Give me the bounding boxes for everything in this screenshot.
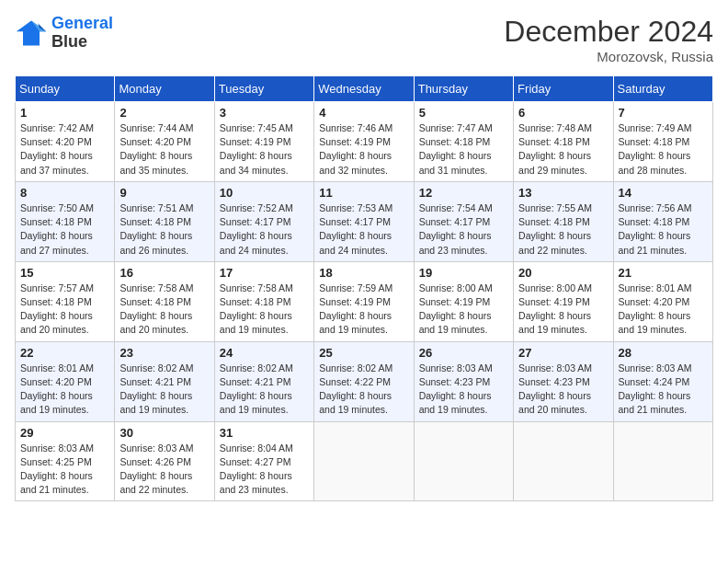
weekday-header-sunday: Sunday [16,76,115,102]
day-info: Sunrise: 7:49 AM Sunset: 4:18 PM Dayligh… [619,121,708,178]
page-header: General Blue December 2024 Morozovsk, Ru… [15,15,713,64]
calendar-cell: 17Sunrise: 7:58 AM Sunset: 4:18 PM Dayli… [214,261,313,341]
calendar-cell [514,421,613,501]
day-number: 31 [220,426,309,440]
calendar-cell: 23Sunrise: 8:02 AM Sunset: 4:21 PM Dayli… [115,341,214,421]
day-info: Sunrise: 7:46 AM Sunset: 4:19 PM Dayligh… [319,121,408,178]
day-number: 20 [518,266,608,280]
calendar-cell: 19Sunrise: 8:00 AM Sunset: 4:19 PM Dayli… [414,261,513,341]
day-number: 11 [319,186,408,200]
day-number: 15 [20,266,109,280]
weekday-header-saturday: Saturday [613,76,712,102]
calendar-cell: 8Sunrise: 7:50 AM Sunset: 4:18 PM Daylig… [16,181,115,261]
day-info: Sunrise: 8:03 AM Sunset: 4:26 PM Dayligh… [119,442,209,498]
day-number: 23 [119,346,209,360]
calendar-cell: 30Sunrise: 8:03 AM Sunset: 4:26 PM Dayli… [115,421,214,501]
calendar-cell: 3Sunrise: 7:45 AM Sunset: 4:19 PM Daylig… [214,102,313,182]
day-info: Sunrise: 8:02 AM Sunset: 4:21 PM Dayligh… [119,362,209,418]
day-number: 22 [20,346,109,360]
calendar-cell: 18Sunrise: 7:59 AM Sunset: 4:19 PM Dayli… [314,261,414,341]
calendar-cell: 31Sunrise: 8:04 AM Sunset: 4:27 PM Dayli… [214,421,313,501]
weekday-header-tuesday: Tuesday [214,76,313,102]
day-info: Sunrise: 7:52 AM Sunset: 4:17 PM Dayligh… [220,201,309,258]
day-number: 6 [518,106,608,120]
calendar-week-row: 8Sunrise: 7:50 AM Sunset: 4:18 PM Daylig… [16,181,713,261]
day-info: Sunrise: 8:00 AM Sunset: 4:19 PM Dayligh… [518,282,608,338]
calendar-cell: 7Sunrise: 7:49 AM Sunset: 4:18 PM Daylig… [613,102,712,182]
calendar-cell: 24Sunrise: 8:02 AM Sunset: 4:21 PM Dayli… [214,341,313,421]
day-info: Sunrise: 7:59 AM Sunset: 4:19 PM Dayligh… [319,282,408,338]
location: Morozovsk, Russia [504,49,713,64]
calendar-cell: 28Sunrise: 8:03 AM Sunset: 4:24 PM Dayli… [613,341,712,421]
day-number: 9 [119,186,209,200]
month-year: December 2024 [504,15,713,49]
calendar-cell: 10Sunrise: 7:52 AM Sunset: 4:17 PM Dayli… [214,181,313,261]
calendar-cell: 12Sunrise: 7:54 AM Sunset: 4:17 PM Dayli… [414,181,513,261]
calendar-week-row: 22Sunrise: 8:01 AM Sunset: 4:20 PM Dayli… [16,341,713,421]
day-number: 10 [220,186,309,200]
calendar-cell [414,421,513,501]
day-number: 24 [220,346,309,360]
day-number: 12 [419,186,508,200]
day-info: Sunrise: 7:56 AM Sunset: 4:18 PM Dayligh… [619,201,708,258]
day-info: Sunrise: 7:50 AM Sunset: 4:18 PM Dayligh… [20,201,109,258]
day-info: Sunrise: 7:55 AM Sunset: 4:18 PM Dayligh… [518,201,608,258]
calendar-cell: 9Sunrise: 7:51 AM Sunset: 4:18 PM Daylig… [115,181,214,261]
svg-marker-0 [17,20,46,45]
logo-line1: General [51,14,113,32]
weekday-header-friday: Friday [514,76,613,102]
calendar-cell: 21Sunrise: 8:01 AM Sunset: 4:20 PM Dayli… [613,261,712,341]
day-info: Sunrise: 8:03 AM Sunset: 4:23 PM Dayligh… [419,362,508,418]
day-number: 3 [220,106,309,120]
day-info: Sunrise: 8:02 AM Sunset: 4:21 PM Dayligh… [220,362,309,418]
day-info: Sunrise: 8:04 AM Sunset: 4:27 PM Dayligh… [220,442,309,498]
calendar-cell: 4Sunrise: 7:46 AM Sunset: 4:19 PM Daylig… [314,102,414,182]
day-info: Sunrise: 7:48 AM Sunset: 4:18 PM Dayligh… [518,121,608,178]
calendar-cell: 11Sunrise: 7:53 AM Sunset: 4:17 PM Dayli… [314,181,414,261]
day-info: Sunrise: 8:03 AM Sunset: 4:24 PM Dayligh… [619,362,708,418]
weekday-header-wednesday: Wednesday [314,76,414,102]
logo-icon [15,17,48,50]
day-number: 27 [518,346,608,360]
day-number: 28 [619,346,708,360]
day-number: 19 [419,266,508,280]
day-info: Sunrise: 8:01 AM Sunset: 4:20 PM Dayligh… [619,282,708,338]
day-number: 30 [119,426,209,440]
day-number: 26 [419,346,508,360]
day-info: Sunrise: 7:44 AM Sunset: 4:20 PM Dayligh… [119,121,209,178]
calendar-table: SundayMondayTuesdayWednesdayThursdayFrid… [15,75,713,501]
title-block: December 2024 Morozovsk, Russia [504,15,713,64]
day-info: Sunrise: 7:53 AM Sunset: 4:17 PM Dayligh… [319,201,408,258]
calendar-cell [613,421,712,501]
calendar-week-row: 1Sunrise: 7:42 AM Sunset: 4:20 PM Daylig… [16,102,713,182]
day-info: Sunrise: 7:51 AM Sunset: 4:18 PM Dayligh… [119,201,209,258]
calendar-cell: 16Sunrise: 7:58 AM Sunset: 4:18 PM Dayli… [115,261,214,341]
calendar-cell: 27Sunrise: 8:03 AM Sunset: 4:23 PM Dayli… [514,341,613,421]
calendar-cell: 25Sunrise: 8:02 AM Sunset: 4:22 PM Dayli… [314,341,414,421]
day-info: Sunrise: 8:02 AM Sunset: 4:22 PM Dayligh… [319,362,408,418]
day-info: Sunrise: 8:00 AM Sunset: 4:19 PM Dayligh… [419,282,508,338]
calendar-week-row: 15Sunrise: 7:57 AM Sunset: 4:18 PM Dayli… [16,261,713,341]
calendar-cell: 15Sunrise: 7:57 AM Sunset: 4:18 PM Dayli… [16,261,115,341]
day-number: 14 [619,186,708,200]
weekday-header-row: SundayMondayTuesdayWednesdayThursdayFrid… [16,76,713,102]
calendar-cell: 5Sunrise: 7:47 AM Sunset: 4:18 PM Daylig… [414,102,513,182]
calendar-cell: 26Sunrise: 8:03 AM Sunset: 4:23 PM Dayli… [414,341,513,421]
calendar-cell: 29Sunrise: 8:03 AM Sunset: 4:25 PM Dayli… [16,421,115,501]
calendar-cell: 2Sunrise: 7:44 AM Sunset: 4:20 PM Daylig… [115,102,214,182]
weekday-header-thursday: Thursday [414,76,513,102]
day-number: 2 [119,106,209,120]
logo-line2: Blue [51,33,113,52]
logo-text: General Blue [51,15,113,52]
day-number: 5 [419,106,508,120]
calendar-cell: 14Sunrise: 7:56 AM Sunset: 4:18 PM Dayli… [613,181,712,261]
day-number: 1 [20,106,109,120]
day-number: 16 [119,266,209,280]
day-info: Sunrise: 7:58 AM Sunset: 4:18 PM Dayligh… [119,282,209,338]
calendar-cell: 22Sunrise: 8:01 AM Sunset: 4:20 PM Dayli… [16,341,115,421]
day-number: 8 [20,186,109,200]
day-info: Sunrise: 7:45 AM Sunset: 4:19 PM Dayligh… [220,121,309,178]
day-number: 25 [319,346,408,360]
day-info: Sunrise: 7:42 AM Sunset: 4:20 PM Dayligh… [20,121,109,178]
day-number: 21 [619,266,708,280]
